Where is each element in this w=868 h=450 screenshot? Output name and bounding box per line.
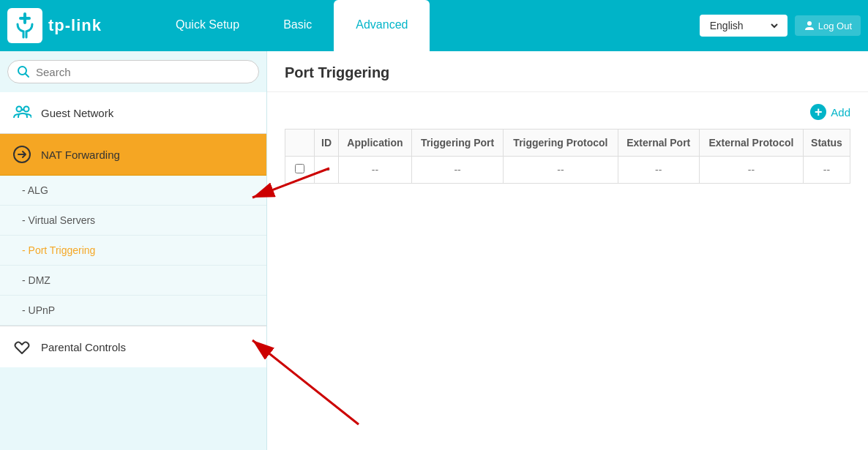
table-header-checkbox <box>285 130 315 157</box>
content-area: + Add ID Application Triggering Port Tri… <box>267 92 868 195</box>
search-box[interactable] <box>7 60 259 83</box>
nav-tabs: Quick Setup Basic Advanced <box>154 0 700 51</box>
row-external-protocol: -- <box>699 157 803 184</box>
add-circle-icon: + <box>810 104 826 120</box>
svg-point-1 <box>807 21 812 26</box>
svg-point-5 <box>24 107 29 112</box>
row-external-port: -- <box>618 157 699 184</box>
sidebar-item-port-triggering[interactable]: - Port Triggering <box>0 236 266 266</box>
logo-area: tp-link <box>7 8 154 43</box>
port-triggering-table: ID Application Triggering Port Triggerin… <box>285 129 850 184</box>
row-application: -- <box>339 157 412 184</box>
sidebar-item-nat-forwarding[interactable]: NAT Forwarding <box>0 134 266 176</box>
tp-link-logo-icon <box>7 8 42 43</box>
logo-text: tp-link <box>48 16 102 35</box>
table-header-external-protocol: External Protocol <box>699 130 803 157</box>
row-status: -- <box>804 157 850 184</box>
tab-advanced[interactable]: Advanced <box>334 0 430 51</box>
language-dropdown[interactable]: English Chinese French German Spanish <box>707 19 780 32</box>
row-triggering-port: -- <box>411 157 503 184</box>
search-input[interactable] <box>36 66 250 78</box>
svg-point-6 <box>22 109 24 111</box>
sidebar: Guest Network NAT Forwarding - ALG - Vir… <box>0 51 267 450</box>
row-checkbox-cell[interactable] <box>285 157 315 184</box>
table-header-external-port: External Port <box>618 130 699 157</box>
language-selector[interactable]: English Chinese French German Spanish <box>700 15 787 37</box>
guest-network-icon <box>12 102 32 123</box>
table-header-triggering-protocol: Triggering Protocol <box>504 130 618 157</box>
svg-line-3 <box>26 74 29 78</box>
parental-controls-icon <box>12 337 32 357</box>
sidebar-item-parental-controls[interactable]: Parental Controls <box>0 326 266 367</box>
sidebar-item-virtual-servers[interactable]: - Virtual Servers <box>0 206 266 236</box>
header: tp-link Quick Setup Basic Advanced Engli… <box>0 0 868 51</box>
nat-forwarding-icon <box>12 144 32 165</box>
main-layout: Guest Network NAT Forwarding - ALG - Vir… <box>0 51 868 450</box>
logout-button[interactable]: Log Out <box>795 15 861 36</box>
main-content: Port Triggering + Add ID Application Tri… <box>267 51 868 450</box>
logout-icon <box>804 20 815 31</box>
sidebar-item-upnp[interactable]: - UPnP <box>0 296 266 326</box>
table-header-triggering-port: Triggering Port <box>411 130 503 157</box>
row-id: -- <box>315 157 339 184</box>
guest-network-label: Guest Network <box>41 107 113 119</box>
page-title: Port Triggering <box>267 51 868 92</box>
sidebar-item-dmz[interactable]: - DMZ <box>0 266 266 296</box>
table-header-row: ID Application Triggering Port Triggerin… <box>285 130 850 157</box>
nat-forwarding-label: NAT Forwarding <box>41 149 120 161</box>
sidebar-item-alg[interactable]: - ALG <box>0 176 266 206</box>
svg-point-4 <box>17 107 22 112</box>
table-header-status: Status <box>804 130 850 157</box>
table-row: -- -- -- -- -- -- -- <box>285 157 850 184</box>
parental-controls-label: Parental Controls <box>41 341 126 353</box>
nat-forwarding-submenu: - ALG - Virtual Servers - Port Triggerin… <box>0 176 266 326</box>
row-checkbox[interactable] <box>295 164 304 173</box>
table-header-application: Application <box>339 130 412 157</box>
table-header-id: ID <box>315 130 339 157</box>
add-button[interactable]: + Add <box>810 104 850 120</box>
search-icon <box>17 65 30 78</box>
add-button-row: + Add <box>285 104 850 120</box>
tab-basic[interactable]: Basic <box>261 0 334 51</box>
sidebar-item-guest-network[interactable]: Guest Network <box>0 92 266 134</box>
tab-quick-setup[interactable]: Quick Setup <box>154 0 261 51</box>
row-triggering-protocol: -- <box>504 157 618 184</box>
header-right: English Chinese French German Spanish Lo… <box>700 15 868 37</box>
